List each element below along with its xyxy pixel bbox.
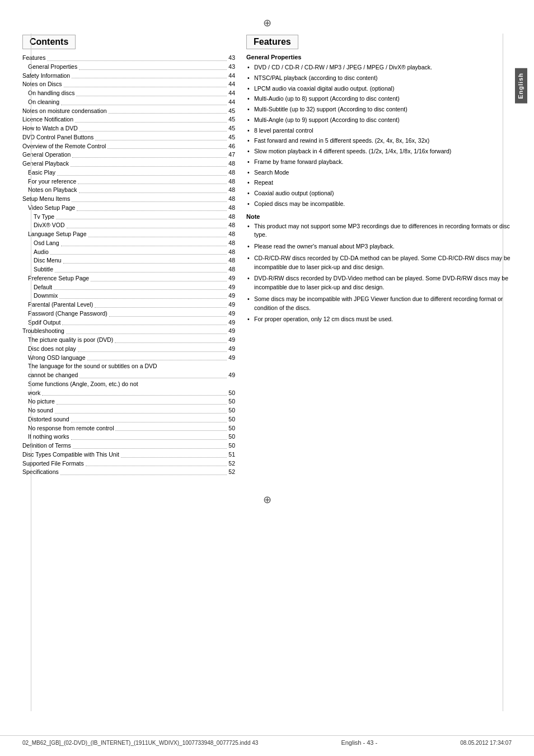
- toc-label: Licence Notification: [22, 115, 73, 124]
- toc-row: Setup Menu Items48: [22, 195, 235, 204]
- toc-label: Specifications: [22, 468, 59, 477]
- toc-row: Definition of Terms50: [22, 442, 235, 450]
- toc-page-num: 49: [228, 336, 235, 345]
- toc-dots: [42, 395, 227, 396]
- toc-page-num: 45: [228, 124, 235, 133]
- toc-dots: [72, 78, 227, 78]
- note-item: This product may not support some MP3 re…: [246, 222, 512, 240]
- toc-row: Spdif Output49: [22, 318, 235, 327]
- toc-page-num: 50: [228, 442, 235, 450]
- toc-page-num: 49: [228, 327, 235, 336]
- toc-label: Disc Types Compatible with This Unit: [22, 450, 119, 459]
- toc-label: No picture: [22, 397, 55, 406]
- toc-label: On cleaning: [22, 98, 59, 107]
- toc-dots: [95, 140, 227, 140]
- toc-label: Default: [22, 283, 52, 292]
- toc-dots: [78, 184, 227, 184]
- toc-page-num: 49: [228, 300, 235, 309]
- toc-label: The language for the sound or subtitles …: [22, 362, 157, 371]
- toc-label: Password (Change Password): [22, 309, 107, 318]
- toc-row: Subtitle48: [22, 265, 235, 274]
- toc-dots: [109, 113, 227, 114]
- toc-page-num: 49: [228, 318, 235, 327]
- toc-dots: [64, 87, 227, 87]
- toc-dots: [107, 148, 227, 149]
- toc-dots: [86, 466, 227, 466]
- footer: 02_MB62_[GB]_(02-DVD)_(IB_INTERNET)_(191…: [0, 735, 534, 746]
- toc-row: Disc Types Compatible with This Unit51: [22, 450, 235, 459]
- toc-label: Tv Type: [22, 213, 54, 222]
- toc-label: Supported File Formats: [22, 459, 84, 468]
- toc-row: No response from remote control50: [22, 424, 235, 433]
- toc-dots: [61, 105, 227, 105]
- toc-dots: [77, 210, 227, 211]
- toc-row: Notes on Discs44: [22, 80, 235, 89]
- toc-dots: [63, 263, 227, 264]
- toc-row: For your reference48: [22, 177, 235, 186]
- toc-row: Audio48: [22, 248, 235, 257]
- toc-dots: [76, 96, 227, 96]
- toc-row: Supported File Formats52: [22, 459, 235, 468]
- toc-row: Some functions (Angle, Zoom, etc.) do no…: [22, 380, 235, 389]
- toc-page-num: 49: [228, 371, 235, 380]
- toc-row: How to Watch a DVD45: [22, 124, 235, 133]
- feature-bullet: Search Mode: [246, 168, 512, 177]
- toc-row: The picture quality is poor (DVD)49: [22, 336, 235, 345]
- toc-row: Password (Change Password)49: [22, 309, 235, 318]
- toc-page-num: 48: [228, 168, 235, 177]
- toc-page-num: 48: [228, 239, 235, 248]
- toc-dots: [109, 316, 227, 317]
- toc-label: Wrong OSD language: [22, 354, 86, 363]
- footer-right: 08.05.2012 17:34:07: [460, 740, 512, 746]
- toc-row: Troubleshooting49: [22, 327, 235, 336]
- toc-dots: [56, 219, 227, 219]
- feature-bullet: Slow motion playback in 4 different spee…: [246, 147, 512, 156]
- toc-page-num: 50: [228, 415, 235, 424]
- toc-row: Notes on moisture condensation45: [22, 107, 235, 116]
- toc-dots: [57, 175, 227, 176]
- toc-dots: [91, 281, 227, 281]
- toc-row: Licence Notification45: [22, 115, 235, 124]
- toc-dots: [79, 69, 227, 70]
- toc-row: No picture50: [22, 397, 235, 406]
- toc-label: Basic Play: [22, 168, 55, 177]
- toc-page-num: 48: [228, 204, 235, 213]
- toc-label: Osd Lang: [22, 239, 59, 248]
- toc-row: On cleaning44: [22, 98, 235, 107]
- toc-page-num: 48: [228, 256, 235, 265]
- toc-page-num: 44: [228, 72, 235, 81]
- note-list: This product may not support some MP3 re…: [246, 222, 512, 325]
- toc-label: General Operation: [22, 151, 71, 159]
- toc-dots: [72, 157, 227, 158]
- feature-bullet: NTSC/PAL playback (according to disc con…: [246, 74, 512, 83]
- toc-row: Default49: [22, 283, 235, 292]
- toc-page-num: 45: [228, 133, 235, 142]
- toc-label: If nothing works: [22, 433, 69, 442]
- toc-dots: [78, 351, 227, 352]
- toc-label: DVD Control Panel Buttons: [22, 133, 93, 142]
- features-bullet-list: DVD / CD / CD-R / CD-RW / MP3 / JPEG / M…: [246, 63, 512, 209]
- feature-bullet: Multi-Audio (up to 8) support (According…: [246, 95, 512, 104]
- toc-dots: [73, 448, 227, 449]
- toc-row: work50: [22, 389, 235, 398]
- toc-dots: [59, 298, 227, 299]
- toc-page-num: 49: [228, 354, 235, 363]
- toc-page-num: 44: [228, 80, 235, 89]
- toc-page-num: 49: [228, 309, 235, 318]
- compass-mark-top: ⊕: [22, 17, 512, 29]
- toc-label: No response from remote control: [22, 424, 114, 433]
- toc-dots: [55, 413, 227, 414]
- toc-dots: [61, 246, 227, 246]
- toc-row: Disc does not play49: [22, 345, 235, 354]
- note-item: Some discs may be incompatible with JPEG…: [246, 295, 512, 313]
- toc-label: Audio: [22, 248, 49, 257]
- toc-page-num: 47: [228, 151, 235, 159]
- toc-page-num: 50: [228, 389, 235, 398]
- feature-bullet: 8 level parental control: [246, 126, 512, 135]
- toc-dots: [79, 378, 227, 378]
- note-heading: Note: [246, 213, 512, 220]
- toc-row: Wrong OSD language49: [22, 354, 235, 363]
- toc-row: Distorted sound50: [22, 415, 235, 424]
- toc-label: Troubleshooting: [22, 327, 64, 336]
- feature-bullet: Fast forward and rewind in 5 different s…: [246, 137, 512, 145]
